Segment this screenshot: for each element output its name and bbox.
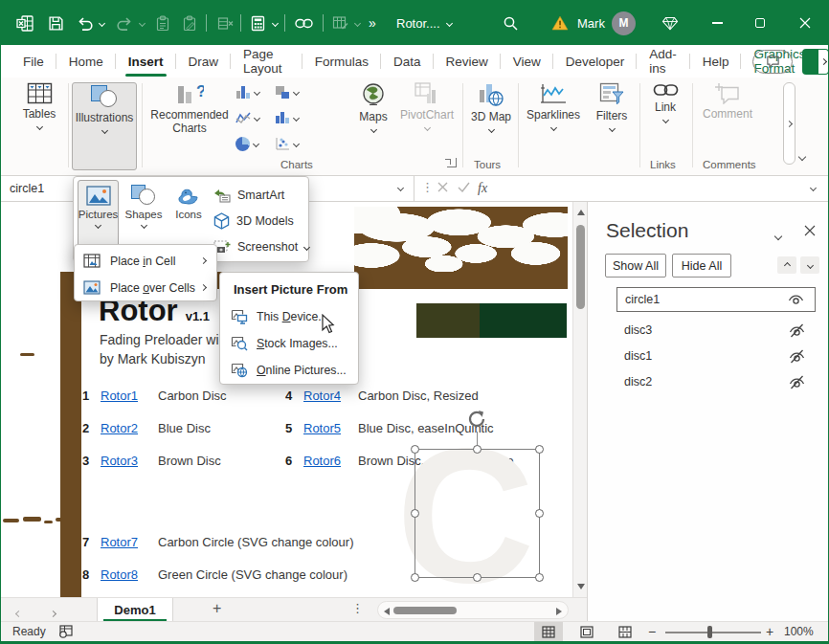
avatar[interactable]: M (612, 1, 636, 45)
column-chart-button[interactable] (235, 85, 259, 100)
filters-button[interactable]: Filters (589, 82, 635, 131)
eye-visible-icon[interactable] (787, 293, 805, 306)
pane-item-disc1[interactable]: disc1 (616, 344, 816, 368)
link-button[interactable]: Link (645, 82, 685, 122)
tab-draw[interactable]: Draw (176, 45, 232, 78)
smartart-menu-button[interactable]: SmartArt (213, 183, 284, 208)
minimize-button[interactable] (703, 1, 731, 45)
resize-handle-e[interactable] (535, 509, 544, 518)
page-break-view-button[interactable] (611, 622, 639, 641)
next-sheet-arrow[interactable] (51, 605, 56, 619)
screenshot-menu-button[interactable]: Screenshot (213, 234, 309, 259)
shape-selection-box[interactable] (414, 449, 540, 578)
rotor7-link[interactable]: Rotor7 (101, 535, 138, 549)
table-edit-dropdown-chevron[interactable] (351, 1, 363, 45)
pivotchart-button[interactable]: PivotChart (399, 82, 455, 130)
p ane-item-disc3[interactable]: disc3 (616, 318, 816, 343)
prev-sheet-arrow[interactable] (16, 605, 21, 619)
histogram-chart-button[interactable] (275, 111, 299, 124)
eye-hidden-icon[interactable] (788, 375, 806, 389)
calculator-dropdown-chevron[interactable] (269, 1, 280, 45)
tab-help[interactable]: Help (690, 45, 742, 78)
share-button[interactable] (802, 49, 829, 75)
close-button[interactable] (790, 1, 820, 45)
rotor4-link[interactable]: Rotor4 (303, 389, 341, 403)
warning-icon[interactable] (550, 1, 570, 45)
redo-dropdown-chevron[interactable] (136, 1, 147, 45)
formula-input[interactable] (497, 178, 805, 198)
gem-icon[interactable] (660, 1, 681, 45)
vertical-scrollbar[interactable] (572, 202, 587, 597)
name-box-chevron[interactable] (397, 185, 404, 191)
send-backward-button[interactable] (800, 256, 819, 274)
tabbar-dots-handle[interactable]: ⋮ (351, 601, 364, 615)
maps-button[interactable]: Maps (353, 82, 393, 132)
zoom-in-button[interactable]: + (766, 624, 773, 639)
rotor6-link[interactable]: Rotor6 (303, 454, 341, 468)
more-commands-icon[interactable]: » (365, 1, 380, 45)
tab-file[interactable]: File (11, 45, 56, 78)
resize-handle-n[interactable] (473, 445, 482, 454)
horizontal-scrollbar[interactable] (377, 601, 569, 619)
3d-models-menu-button[interactable]: 3D Models (213, 209, 294, 233)
normal-view-button[interactable] (534, 622, 563, 641)
tables-button[interactable]: Tables (14, 82, 64, 129)
tab-formulas[interactable]: Formulas (302, 45, 381, 78)
table-edit-icon[interactable] (328, 1, 351, 45)
rotor3-link[interactable]: Rotor3 (101, 454, 138, 468)
icons-menu-button[interactable]: Icons (168, 180, 209, 220)
tab-home[interactable]: Home (56, 45, 116, 78)
cancel-entry-icon[interactable] (437, 182, 448, 192)
ribbon-scroll-right-button[interactable] (783, 82, 795, 165)
undo-dropdown-chevron[interactable] (96, 1, 107, 45)
resize-handle-s[interactable] (473, 573, 482, 582)
tab-add-ins[interactable]: Add-ins (637, 45, 689, 78)
page-layout-view-button[interactable] (572, 622, 601, 641)
this-device-item[interactable]: This Device... (223, 303, 355, 329)
online-pictures-item[interactable]: Online Pictures... (223, 357, 355, 383)
tab-page-layout[interactable]: Page Layout (231, 45, 302, 78)
resize-handle-se[interactable] (535, 573, 544, 582)
rotor8-link[interactable]: Rotor8 (101, 567, 138, 582)
pane-close-icon[interactable] (804, 225, 816, 236)
comments-toggle-button[interactable] (752, 50, 793, 74)
horizontal-scroll-thumb[interactable] (393, 607, 457, 614)
resize-handle-ne[interactable] (535, 445, 544, 454)
tab-data[interactable]: Data (381, 45, 434, 78)
window-title[interactable]: Rotor.... (396, 1, 452, 45)
sheet-tab-demo1[interactable]: Demo1 (97, 598, 173, 622)
eye-hidden-icon[interactable] (788, 349, 806, 364)
maximize-button[interactable] (746, 1, 774, 45)
tab-view[interactable]: View (501, 45, 553, 78)
show-all-button[interactable]: Show All (605, 254, 666, 278)
save-button[interactable] (46, 1, 65, 45)
scroll-right-arrow[interactable] (556, 608, 562, 615)
paste-values-icon[interactable] (152, 1, 173, 45)
formula-bar-resize-dots[interactable]: ⋮ (421, 180, 434, 194)
pane-options-chevron[interactable] (775, 229, 781, 242)
area-chart-button[interactable] (275, 85, 299, 100)
zoom-level[interactable]: 100% (784, 625, 814, 638)
comment-button[interactable]: Comment (700, 82, 755, 122)
zoom-out-button[interactable]: − (648, 624, 656, 639)
undo-button[interactable] (74, 1, 97, 45)
rotor5-link[interactable]: Rotor5 (303, 421, 341, 435)
zoom-slider-track[interactable] (665, 632, 761, 633)
scroll-up-arrow[interactable] (577, 210, 585, 215)
link-quick-icon[interactable] (291, 1, 316, 45)
scroll-down-arrow[interactable] (577, 584, 585, 589)
formula-bar-expand-chevron[interactable] (810, 185, 817, 191)
collapse-ribbon-chevron[interactable] (799, 146, 805, 164)
resize-handle-w[interactable] (411, 509, 419, 518)
scatter-chart-button[interactable] (275, 137, 299, 151)
place-over-cells-item[interactable]: Place over Cells (78, 275, 213, 300)
tab-developer[interactable]: Developer (553, 45, 638, 78)
stock-images-item[interactable]: Stock Images... (223, 330, 355, 356)
shapes-menu-button[interactable]: Shapes (122, 180, 166, 228)
search-icon[interactable] (499, 1, 522, 45)
user-name[interactable]: Mark (577, 1, 605, 45)
resize-handle-sw[interactable] (411, 573, 419, 582)
vertical-scroll-thumb[interactable] (576, 225, 585, 309)
scroll-left-arrow[interactable] (384, 608, 390, 615)
rotation-handle[interactable] (466, 409, 487, 430)
